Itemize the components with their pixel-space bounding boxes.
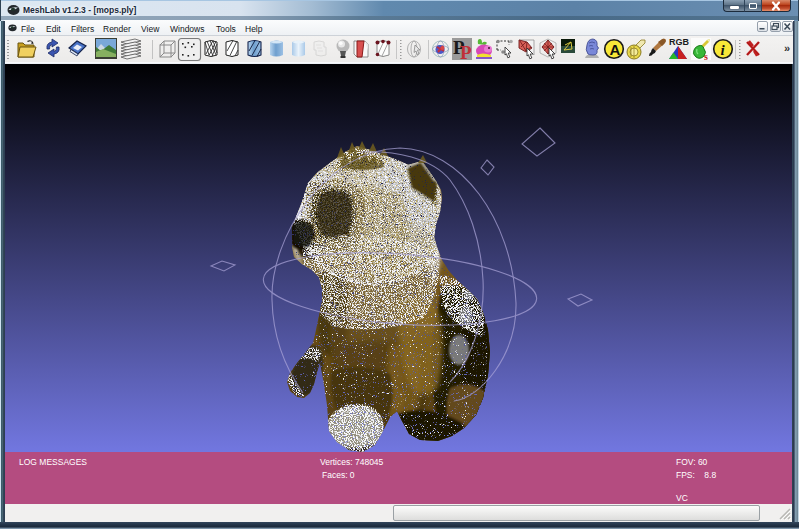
- svg-text:s: s: [704, 51, 708, 62]
- svg-text:A: A: [610, 41, 621, 58]
- svg-text:»: »: [784, 42, 790, 54]
- svg-text:RGB: RGB: [669, 37, 690, 47]
- svg-text:P: P: [460, 42, 472, 62]
